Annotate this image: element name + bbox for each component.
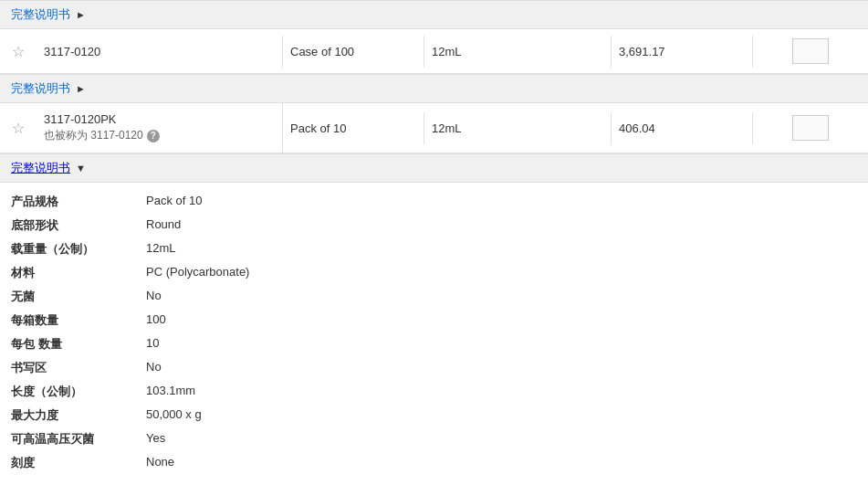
price-cell-1: 3,691.17 xyxy=(612,36,753,68)
full-description-link-2[interactable]: 完整说明书 xyxy=(11,80,70,97)
price-cell-2: 406.04 xyxy=(612,112,753,144)
detail-label-10: 可高温高压灭菌 xyxy=(11,429,139,449)
qty-cell-1 xyxy=(753,29,868,73)
detail-label-1: 底部形状 xyxy=(11,216,139,236)
detail-label-4: 无菌 xyxy=(11,287,139,307)
detail-value-7: No xyxy=(146,358,857,378)
detail-value-9: 50,000 x g xyxy=(146,406,857,426)
detail-value-2: 12mL xyxy=(146,239,857,259)
detail-label-3: 材料 xyxy=(11,263,139,283)
detail-label-0: 产品规格 xyxy=(11,192,139,212)
detail-value-6: 10 xyxy=(146,334,857,354)
favorite-star-2[interactable]: ☆ xyxy=(0,111,37,146)
detail-label-6: 每包 数量 xyxy=(11,334,139,354)
detail-label-7: 书写区 xyxy=(11,358,139,378)
detail-label-5: 每箱数量 xyxy=(11,311,139,331)
sku-cell-1: 3117-0120 xyxy=(37,36,283,68)
arrow-right-icon-1: ► xyxy=(76,9,86,20)
favorite-star-1[interactable]: ☆ xyxy=(0,34,37,69)
pack-cell-1: Case of 100 xyxy=(283,36,424,68)
product-row-1: ☆ 3117-0120 Case of 100 12mL 3,691.17 xyxy=(0,29,868,74)
star-icon-1[interactable]: ☆ xyxy=(12,43,25,60)
star-icon-2[interactable]: ☆ xyxy=(12,120,25,137)
full-description-link-details[interactable]: 完整说明书 xyxy=(11,160,70,176)
section-header-2: 完整说明书 ► xyxy=(0,74,868,103)
arrow-right-icon-2: ► xyxy=(76,83,86,94)
volume-cell-1: 12mL xyxy=(424,36,612,68)
detail-label-2: 载重量（公制） xyxy=(11,239,139,259)
arrow-down-icon: ▼ xyxy=(76,163,86,174)
sku-code-1: 3117-0120 xyxy=(44,45,275,58)
details-table: 产品规格Pack of 10底部形状Round载重量（公制）12mL材料PC (… xyxy=(0,183,868,482)
detail-value-8: 103.1mm xyxy=(146,382,857,402)
section-header-1: 完整说明书 ► xyxy=(0,0,868,29)
detail-value-10: Yes xyxy=(146,429,857,449)
detail-label-9: 最大力度 xyxy=(11,406,139,426)
sku-alias-2: 也被称为 3117-0120 ? xyxy=(44,128,275,143)
detail-value-4: No xyxy=(146,287,857,307)
qty-input-1[interactable] xyxy=(792,38,829,64)
sku-cell-2: 3117-0120PK 也被称为 3117-0120 ? xyxy=(37,103,283,153)
qty-cell-2 xyxy=(753,106,868,150)
detail-value-1: Round xyxy=(146,216,857,236)
sku-alias-text-2: 也被称为 3117-0120 xyxy=(44,128,143,143)
product-row-2: ☆ 3117-0120PK 也被称为 3117-0120 ? Pack of 1… xyxy=(0,103,868,153)
info-icon-2[interactable]: ? xyxy=(147,130,160,142)
qty-input-2[interactable] xyxy=(792,115,829,141)
detail-value-0: Pack of 10 xyxy=(146,192,857,212)
pack-cell-2: Pack of 10 xyxy=(283,112,424,144)
details-header: 完整说明书 ▼ xyxy=(0,153,868,183)
sku-code-2: 3117-0120PK xyxy=(44,112,275,126)
detail-label-8: 长度（公制） xyxy=(11,382,139,402)
detail-label-11: 刻度 xyxy=(11,453,139,473)
detail-value-3: PC (Polycarbonate) xyxy=(146,263,857,283)
detail-value-5: 100 xyxy=(146,311,857,331)
full-description-link-1[interactable]: 完整说明书 xyxy=(11,6,70,23)
detail-value-11: None xyxy=(146,453,857,473)
volume-cell-2: 12mL xyxy=(424,112,612,144)
